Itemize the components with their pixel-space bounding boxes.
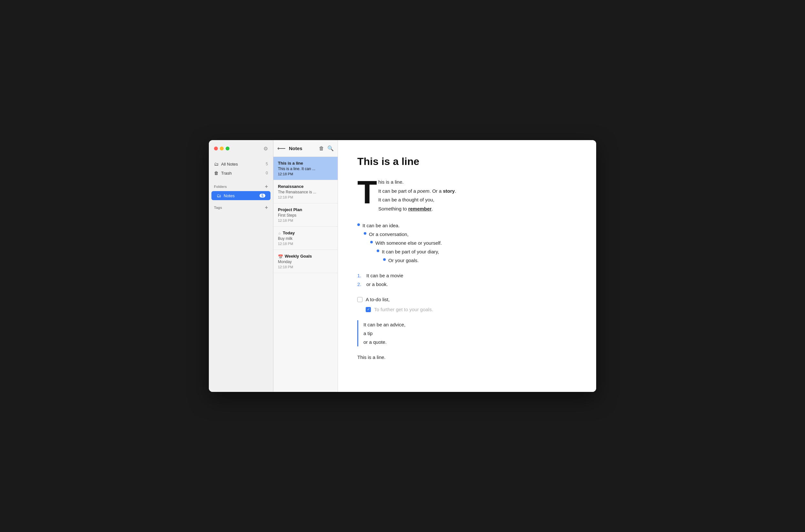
list-item: Or a conversation, bbox=[357, 230, 577, 239]
numbered-text: It can be a movie bbox=[366, 271, 403, 280]
note-title-row: ☆ Today bbox=[278, 230, 333, 236]
note-title: Project Plan bbox=[278, 207, 333, 212]
bullet-dot bbox=[364, 232, 366, 235]
sidebar-item-label: All Notes bbox=[221, 162, 238, 167]
bullet-dot bbox=[370, 241, 373, 243]
note-time: 12:18 PM bbox=[278, 242, 333, 246]
sidebar: ⚙ 🗂 All Notes 5 🗑 Trash 0 Folders + 🗂 No… bbox=[209, 140, 273, 392]
list-item: 2. or a book. bbox=[357, 280, 577, 289]
bullet-text: Or your goals. bbox=[388, 256, 419, 265]
notes-list-panel: ⟵ Notes 🗑 🔍 This is a line This is a lin… bbox=[273, 140, 338, 392]
note-title: This is a line bbox=[278, 161, 333, 166]
add-tag-button[interactable]: + bbox=[265, 205, 268, 210]
note-item-this-is-a-line[interactable]: This is a line This is a line. It can ..… bbox=[273, 157, 338, 180]
blockquote-line: It can be an advice, bbox=[363, 320, 577, 329]
notes-folder-icon: 🗂 bbox=[216, 193, 221, 198]
all-notes-icon: 🗂 bbox=[214, 162, 218, 167]
checklist-text: To further get to your goals. bbox=[374, 305, 433, 314]
folders-label: Folders bbox=[214, 185, 227, 189]
footer-line: This is a line. bbox=[357, 353, 577, 362]
calendar-icon: 📅 bbox=[278, 254, 283, 259]
numbered-list: 1. It can be a movie 2. or a book. bbox=[357, 271, 577, 289]
list-item: Or your goals. bbox=[357, 256, 577, 265]
blockquote-section: It can be an advice, a tip or a quote. bbox=[357, 320, 577, 346]
bullet-text: With someone else or yourself. bbox=[376, 239, 442, 247]
note-item-renaissance[interactable]: Renaissance The Renaissance is ... 12:18… bbox=[273, 180, 338, 203]
sidebar-item-all-notes[interactable]: 🗂 All Notes 5 bbox=[209, 159, 273, 169]
blockquote-line: a tip bbox=[363, 329, 577, 338]
notes-panel-title: Notes bbox=[289, 146, 316, 151]
sidebar-titlebar: ⚙ bbox=[209, 140, 273, 157]
note-preview: First Steps bbox=[278, 213, 333, 217]
back-button[interactable]: ⟵ bbox=[277, 145, 286, 152]
bullet-text: It can be part of your diary, bbox=[382, 247, 439, 256]
note-time: 12:18 PM bbox=[278, 218, 333, 223]
note-preview: Monday bbox=[278, 260, 333, 264]
maximize-button[interactable] bbox=[226, 147, 230, 150]
traffic-lights bbox=[214, 147, 230, 150]
blockquote-line: or a quote. bbox=[363, 338, 577, 346]
line-4: Something to remember. bbox=[378, 205, 577, 213]
checkbox-unchecked[interactable] bbox=[357, 297, 363, 302]
line-3: It can be a thought of you, bbox=[378, 196, 577, 204]
drop-cap-text: his is a line. It can be part of a poem.… bbox=[378, 178, 577, 213]
tags-section-header: Tags + bbox=[209, 201, 273, 212]
drop-cap-section: T his is a line. It can be part of a poe… bbox=[357, 178, 577, 213]
app-window: ⚙ 🗂 All Notes 5 🗑 Trash 0 Folders + 🗂 No… bbox=[209, 140, 596, 392]
note-time: 12:18 PM bbox=[278, 265, 333, 269]
minimize-button[interactable] bbox=[220, 147, 224, 150]
note-title-row: 📅 Weekly Goals bbox=[278, 254, 333, 260]
bullet-text: It can be an idea. bbox=[363, 221, 400, 230]
editor-panel: This is a line T his is a line. It can b… bbox=[338, 140, 596, 392]
numbered-text: or a book. bbox=[366, 280, 388, 289]
note-preview: This is a line. It can ... bbox=[278, 167, 333, 171]
add-folder-button[interactable]: + bbox=[265, 184, 268, 189]
checkbox-checked[interactable]: ✓ bbox=[366, 307, 371, 312]
notes-list-header: ⟵ Notes 🗑 🔍 bbox=[273, 140, 338, 157]
star-icon: ☆ bbox=[278, 231, 281, 236]
checklist: A to-do list, ✓ To further get to your g… bbox=[357, 295, 577, 314]
bullet-list: It can be an idea. Or a conversation, Wi… bbox=[357, 221, 577, 265]
list-item: With someone else or yourself. bbox=[357, 239, 577, 247]
sidebar-item-label: Trash bbox=[221, 171, 232, 176]
num-label: 2. bbox=[357, 280, 364, 289]
checklist-text: A to-do list, bbox=[366, 295, 389, 304]
close-button[interactable] bbox=[214, 147, 218, 150]
sidebar-item-trash[interactable]: 🗑 Trash 0 bbox=[209, 169, 273, 177]
drop-cap-rest: his is a line. bbox=[378, 178, 577, 186]
list-item: It can be an idea. bbox=[357, 221, 577, 230]
bullet-text: Or a conversation, bbox=[369, 230, 409, 239]
line-2: It can be part of a poem. Or a story. bbox=[378, 187, 577, 195]
sidebar-nav: 🗂 All Notes 5 🗑 Trash 0 bbox=[209, 157, 273, 180]
note-preview: Buy milk bbox=[278, 236, 333, 241]
notes-folder-count: 5 bbox=[260, 194, 265, 197]
note-title: Today bbox=[283, 230, 295, 235]
tags-label: Tags bbox=[214, 206, 222, 209]
list-item: 1. It can be a movie bbox=[357, 271, 577, 280]
note-item-project-plan[interactable]: Project Plan First Steps 12:18 PM bbox=[273, 203, 338, 227]
bullet-dot bbox=[383, 258, 386, 261]
editor-title[interactable]: This is a line bbox=[357, 156, 577, 168]
note-item-today[interactable]: ☆ Today Buy milk 12:18 PM bbox=[273, 227, 338, 250]
list-item: It can be part of your diary, bbox=[357, 247, 577, 256]
drop-cap-letter: T bbox=[357, 179, 377, 205]
folders-section-header: Folders + bbox=[209, 180, 273, 190]
delete-note-button[interactable]: 🗑 bbox=[319, 146, 324, 151]
bullet-dot bbox=[377, 249, 379, 252]
gear-icon[interactable]: ⚙ bbox=[263, 146, 268, 152]
trash-icon: 🗑 bbox=[214, 170, 218, 176]
note-time: 12:18 PM bbox=[278, 195, 333, 199]
note-preview: The Renaissance is ... bbox=[278, 190, 333, 194]
search-button[interactable]: 🔍 bbox=[327, 145, 334, 151]
checklist-item: A to-do list, bbox=[357, 295, 577, 304]
num-label: 1. bbox=[357, 271, 364, 280]
checklist-item: ✓ To further get to your goals. bbox=[357, 305, 577, 314]
notes-folder-label: Notes bbox=[224, 193, 235, 198]
note-title: Weekly Goals bbox=[285, 254, 312, 259]
sidebar-item-notes[interactable]: 🗂 Notes 5 bbox=[211, 191, 270, 200]
trash-count: 0 bbox=[266, 171, 268, 175]
note-title: Renaissance bbox=[278, 184, 333, 189]
note-time: 12:18 PM bbox=[278, 172, 333, 176]
all-notes-count: 5 bbox=[266, 162, 268, 166]
note-item-weekly-goals[interactable]: 📅 Weekly Goals Monday 12:18 PM bbox=[273, 250, 338, 273]
